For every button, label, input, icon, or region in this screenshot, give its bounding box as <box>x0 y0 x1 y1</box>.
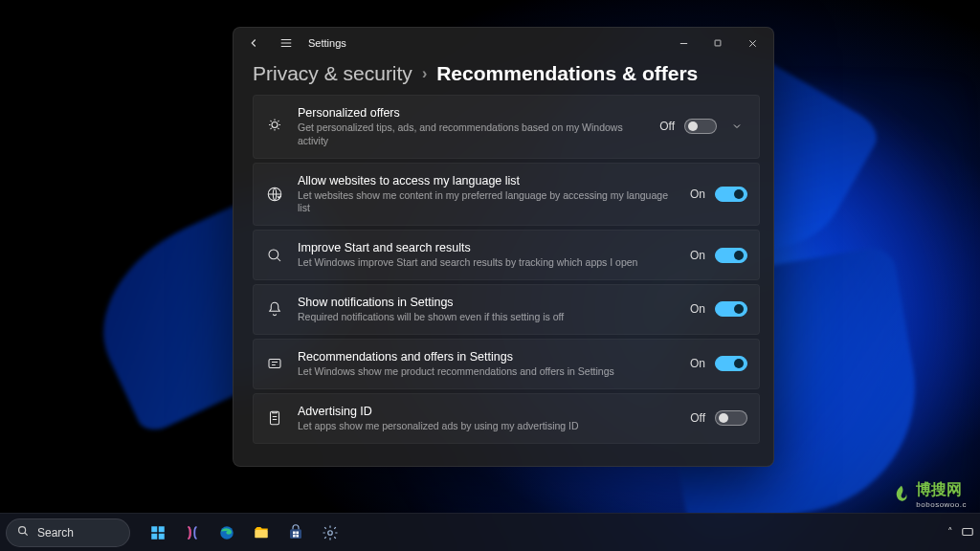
setting-control: On <box>690 187 747 202</box>
tray-chevron-icon[interactable]: ˄ <box>947 526 953 539</box>
watermark-text: 博搜网 <box>916 480 967 500</box>
setting-icon <box>265 354 284 373</box>
close-button[interactable] <box>735 30 769 56</box>
svg-rect-4 <box>269 360 280 368</box>
toggle-switch[interactable] <box>715 356 747 371</box>
setting-description: Let apps show me personalized ads by usi… <box>298 420 677 433</box>
setting-text: Allow websites to access my language lis… <box>298 173 677 216</box>
watermark: 博搜网 bobosowoo.c <box>891 480 967 509</box>
settings-window: Settings Privacy & security › Recommenda… <box>233 27 774 467</box>
setting-title: Improve Start and search results <box>298 240 677 255</box>
setting-title: Show notifications in Settings <box>298 295 677 310</box>
expand-chevron-icon[interactable] <box>726 116 747 137</box>
taskbar-copilot-button[interactable] <box>176 517 209 549</box>
toggle-state-label: Off <box>659 120 675 133</box>
breadcrumb-parent[interactable]: Privacy & security <box>253 62 412 85</box>
settings-list: Personalized offersGet personalized tips… <box>234 95 773 466</box>
window-title: Settings <box>308 37 346 49</box>
taskbar-edge-button[interactable] <box>211 517 243 549</box>
svg-point-18 <box>328 530 333 535</box>
toggle-switch[interactable] <box>684 119 717 134</box>
toggle-state-label: Off <box>690 411 705 425</box>
setting-text: Recommendations and offers in SettingsLe… <box>298 349 677 379</box>
svg-rect-12 <box>255 530 268 538</box>
setting-description: Let websites show me content in my prefe… <box>298 189 677 215</box>
taskbar-settings-button[interactable] <box>314 517 346 549</box>
toggle-switch[interactable] <box>715 410 747 426</box>
setting-text: Show notifications in SettingsRequired n… <box>298 295 677 324</box>
setting-row[interactable]: Improve Start and search resultsLet Wind… <box>253 230 760 280</box>
setting-control: Off <box>659 116 747 137</box>
svg-rect-15 <box>296 531 299 534</box>
taskbar: Search ˄ <box>0 513 980 551</box>
setting-icon <box>265 185 284 204</box>
setting-description: Required notifications will be shown eve… <box>298 311 677 324</box>
back-button[interactable] <box>239 30 268 56</box>
svg-rect-17 <box>296 534 299 537</box>
toggle-switch[interactable] <box>715 248 747 263</box>
taskbar-search[interactable]: Search <box>6 518 130 547</box>
svg-rect-19 <box>963 528 973 535</box>
setting-text: Advertising IDLet apps show me personali… <box>298 404 677 433</box>
setting-title: Personalized offers <box>298 105 646 121</box>
setting-icon <box>265 299 284 319</box>
chevron-right-icon: › <box>422 65 427 82</box>
watermark-sub: bobosowoo.c <box>916 500 967 509</box>
breadcrumb: Privacy & security › Recommendations & o… <box>234 58 773 95</box>
setting-text: Improve Start and search resultsLet Wind… <box>298 240 677 270</box>
setting-row[interactable]: Advertising IDLet apps show me personali… <box>253 393 760 444</box>
setting-row[interactable]: Show notifications in SettingsRequired n… <box>253 284 760 335</box>
setting-icon <box>265 246 284 265</box>
toggle-switch[interactable] <box>715 187 747 202</box>
svg-rect-13 <box>290 529 301 539</box>
svg-rect-14 <box>293 531 296 534</box>
svg-rect-0 <box>715 40 721 46</box>
nav-menu-button[interactable] <box>272 30 301 56</box>
search-icon <box>16 524 30 540</box>
svg-rect-16 <box>293 534 296 537</box>
svg-rect-8 <box>159 526 165 532</box>
svg-rect-10 <box>159 533 165 539</box>
setting-control: On <box>690 301 747 317</box>
toggle-state-label: On <box>690 249 705 262</box>
titlebar: Settings <box>234 28 773 58</box>
taskbar-start-button[interactable] <box>142 517 174 549</box>
toggle-state-label: On <box>690 187 705 201</box>
setting-icon <box>265 117 284 136</box>
toggle-state-label: On <box>690 357 705 370</box>
setting-icon <box>265 408 284 428</box>
toggle-switch[interactable] <box>715 301 747 317</box>
tray-network-icon[interactable] <box>961 525 974 540</box>
toggle-state-label: On <box>690 302 705 316</box>
setting-description: Get personalized tips, ads, and recommen… <box>298 121 646 147</box>
setting-text: Personalized offersGet personalized tips… <box>298 105 646 148</box>
svg-point-1 <box>272 122 278 128</box>
setting-title: Advertising ID <box>298 404 677 419</box>
setting-title: Recommendations and offers in Settings <box>298 349 677 364</box>
taskbar-store-button[interactable] <box>279 517 312 549</box>
setting-description: Let Windows improve Start and search res… <box>298 256 677 270</box>
setting-control: On <box>690 248 747 263</box>
setting-title: Allow websites to access my language lis… <box>298 173 677 188</box>
svg-rect-7 <box>151 526 157 532</box>
minimize-button[interactable] <box>666 30 701 56</box>
setting-row[interactable]: Personalized offersGet personalized tips… <box>253 95 760 159</box>
system-tray[interactable]: ˄ <box>947 525 974 540</box>
setting-row[interactable]: Recommendations and offers in SettingsLe… <box>253 339 760 389</box>
setting-row[interactable]: Allow websites to access my language lis… <box>253 163 760 227</box>
taskbar-explorer-button[interactable] <box>245 517 278 549</box>
search-placeholder: Search <box>37 526 74 540</box>
setting-control: Off <box>690 410 747 426</box>
setting-description: Let Windows show me product recommendati… <box>298 365 677 379</box>
maximize-button[interactable] <box>701 30 735 56</box>
page-title: Recommendations & offers <box>436 62 698 85</box>
setting-control: On <box>690 356 747 371</box>
svg-point-6 <box>19 527 26 534</box>
svg-rect-9 <box>151 533 157 539</box>
